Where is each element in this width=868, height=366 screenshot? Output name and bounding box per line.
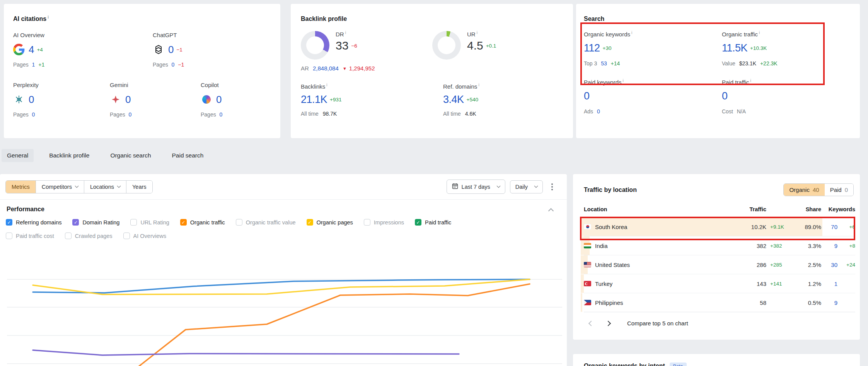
paid-traffic-value[interactable]: 0	[722, 90, 728, 102]
keywords-value[interactable]: 9	[821, 299, 837, 306]
checkbox-box[interactable]: ✓	[72, 219, 79, 226]
table-row-turkey[interactable]: Turkey 143 +141 1.2% 1	[584, 274, 855, 293]
checkbox-organic-traffic[interactable]: ✓ Organic traffic	[180, 219, 225, 226]
info-icon[interactable]: i	[48, 15, 49, 19]
performance-line-chart[interactable]	[5, 263, 562, 366]
metric-checkboxes: ✓ Referring domains ✓ Domain Rating URL …	[0, 213, 567, 239]
checkbox-organic-traffic-value[interactable]: Organic traffic value	[236, 219, 296, 226]
traffic-by-location-title: Traffic by location	[584, 186, 637, 193]
metric-value[interactable]: 0	[125, 94, 131, 106]
checkbox-impressions[interactable]: Impressions	[364, 219, 404, 226]
checkbox-box[interactable]	[123, 233, 130, 239]
checkbox-label: Paid traffic cost	[16, 233, 54, 239]
ai-overview-metric: AI Overview 4 +4 Pages 1 +1	[13, 32, 153, 68]
info-icon[interactable]: i	[326, 83, 327, 87]
competitors-segment-button[interactable]: Competitors	[36, 181, 84, 193]
metric-label: AI Overview	[13, 32, 153, 38]
years-segment-button[interactable]: Years	[126, 181, 152, 193]
performance-toolbar: Metrics Competitors Locations Years Last…	[0, 174, 567, 194]
compare-top5-link[interactable]: Compare top 5 on chart	[627, 320, 688, 327]
info-icon[interactable]: i	[631, 31, 632, 35]
copilot-icon	[201, 94, 212, 105]
checkbox-box[interactable]: ✓	[307, 219, 313, 226]
more-options-button[interactable]	[547, 181, 557, 193]
info-icon[interactable]: i	[750, 79, 751, 83]
checkbox-box[interactable]	[364, 219, 370, 226]
checkbox-url-rating[interactable]: URL Rating	[130, 219, 169, 226]
checkbox-box[interactable]	[6, 233, 12, 239]
checkbox-box[interactable]	[130, 219, 137, 226]
keywords-value[interactable]: 30	[821, 262, 837, 268]
paid-keywords-value[interactable]: 0	[584, 90, 590, 102]
checkbox-crawled-pages[interactable]: Crawled pages	[65, 233, 113, 239]
checkbox-box[interactable]: ✓	[6, 219, 12, 226]
traffic-value: 382	[738, 243, 766, 249]
checkbox-box[interactable]: ✓	[180, 219, 187, 226]
checkbox-label: Organic pages	[317, 219, 353, 226]
pages-line: Pages 0 −1	[153, 62, 186, 68]
backlinks-delta: +931	[330, 97, 341, 103]
checkbox-paid-traffic-cost[interactable]: Paid traffic cost	[6, 233, 54, 239]
metrics-segment-button[interactable]: Metrics	[6, 181, 36, 193]
column-keywords[interactable]: Keywords	[821, 206, 855, 212]
ref-domains-delta: +540	[467, 97, 478, 103]
tab-organic-search[interactable]: Organic search	[105, 149, 156, 162]
column-share[interactable]: Share	[790, 206, 821, 212]
column-location[interactable]: Location	[584, 206, 738, 212]
tab-backlink-profile[interactable]: Backlink profile	[44, 149, 95, 162]
keywords-value[interactable]: 70	[821, 224, 837, 230]
checkbox-ai-overviews[interactable]: AI Overviews	[123, 233, 166, 239]
ar-value[interactable]: 2,848,084	[313, 65, 339, 72]
traffic-by-location-card: Traffic by location Organic40 Paid0 Loca…	[573, 174, 860, 340]
locations-pagination: Compare top 5 on chart	[584, 320, 855, 327]
country-name: Philippines	[595, 299, 623, 306]
info-icon[interactable]: i	[478, 83, 479, 87]
metric-value[interactable]: 4	[29, 44, 34, 56]
date-range-button[interactable]: Last 7 days	[447, 180, 505, 194]
tab-general[interactable]: General	[2, 149, 34, 162]
check-icon: ✓	[7, 220, 11, 225]
info-icon[interactable]: i	[759, 31, 760, 35]
table-row-india[interactable]: India 382 +382 3.3% 9 +8	[584, 236, 855, 255]
info-icon[interactable]: i	[623, 79, 624, 83]
checkbox-paid-traffic[interactable]: ✓ Paid traffic	[415, 219, 451, 226]
organic-traffic-metric: Organic traffici 11.5K +10.3K Value $23.…	[722, 31, 780, 67]
performance-title: Performance	[7, 206, 44, 213]
organic-traffic-value[interactable]: 11.5K	[722, 42, 747, 54]
country-name: South Korea	[595, 224, 627, 230]
info-icon[interactable]: i	[345, 31, 346, 35]
checkbox-box[interactable]	[236, 219, 242, 226]
metric-value[interactable]: 0	[29, 94, 34, 106]
ref-domains-value[interactable]: 3.4K	[443, 94, 464, 106]
previous-page-chevron-icon[interactable]	[588, 320, 594, 326]
tab-paid-search[interactable]: Paid search	[167, 149, 209, 162]
info-icon[interactable]: i	[477, 31, 477, 35]
organic-toggle-button[interactable]: Organic40	[784, 184, 824, 196]
share-value: 89.0%	[790, 224, 821, 230]
column-traffic[interactable]: Traffic	[738, 206, 766, 212]
table-row-united-states[interactable]: United States 286 +285 2.5% 30 +24	[584, 255, 855, 274]
checkbox-domain-rating[interactable]: ✓ Domain Rating	[72, 219, 119, 226]
checkbox-box[interactable]: ✓	[415, 219, 421, 226]
ur-label: URi	[467, 31, 496, 38]
checkbox-box[interactable]	[65, 233, 72, 239]
keywords-value[interactable]: 9	[821, 243, 837, 249]
metric-label: ChatGPT	[153, 32, 186, 38]
locations-segment-button[interactable]: Locations	[84, 181, 126, 193]
checkbox-organic-pages[interactable]: ✓ Organic pages	[307, 219, 353, 226]
locations-table: Location Traffic Share Keywords South Ko…	[584, 202, 855, 312]
organic-keywords-value[interactable]: 112	[584, 42, 600, 54]
next-page-chevron-icon[interactable]	[605, 320, 611, 326]
table-row-south-korea[interactable]: South Korea 10.2K +9.1K 89.0% 70 +6	[584, 217, 855, 236]
backlinks-value[interactable]: 21.1K	[301, 94, 327, 106]
traffic-delta: +382	[766, 243, 790, 249]
granularity-button[interactable]: Daily	[510, 180, 543, 193]
metric-value[interactable]: 0	[168, 44, 174, 56]
checkbox-referring-domains[interactable]: ✓ Referring domains	[6, 219, 61, 226]
paid-toggle-button[interactable]: Paid0	[825, 184, 853, 196]
table-row-philippines[interactable]: Philippines 58 0.5% 9	[584, 293, 855, 312]
dr-donut-chart	[301, 31, 329, 60]
metric-value[interactable]: 0	[216, 94, 222, 106]
calendar-icon	[452, 183, 458, 190]
keywords-value[interactable]: 1	[821, 280, 837, 287]
